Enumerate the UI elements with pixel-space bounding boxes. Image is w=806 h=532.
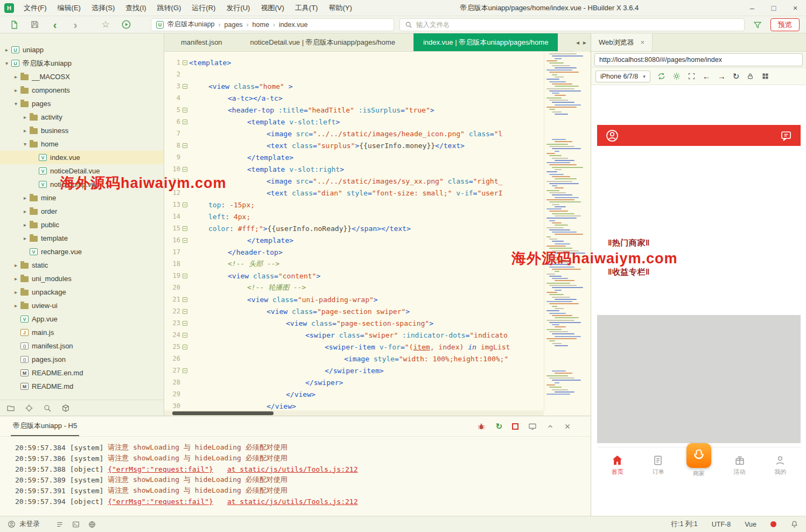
- message-icon[interactable]: [780, 129, 793, 142]
- filter-funnel-icon[interactable]: [750, 18, 765, 32]
- fold-minus-icon[interactable]: [183, 321, 187, 326]
- preview-button[interactable]: 预览: [770, 18, 800, 31]
- tree-item-home[interactable]: ▾home: [0, 137, 164, 151]
- tree-item-main.js[interactable]: Jmain.js: [0, 326, 164, 339]
- tree-item-uni_modules[interactable]: ▸uni_modules: [0, 272, 164, 285]
- tabbar-item-活动[interactable]: 活动: [719, 447, 760, 482]
- code-editor[interactable]: 1<template>23<view class="home" >4<a-tc>…: [164, 52, 544, 410]
- tree-item-README.md[interactable]: MREADME.md: [0, 380, 164, 393]
- chevron-right-icon[interactable]: ▸: [12, 74, 19, 80]
- debug-bug-icon[interactable]: [477, 422, 486, 431]
- tree-item-components[interactable]: ▸components: [0, 83, 164, 97]
- tree-item-public[interactable]: ▸public: [0, 218, 164, 232]
- chevron-right-icon[interactable]: ▸: [12, 262, 19, 268]
- file-search-input[interactable]: [416, 21, 739, 29]
- gear-icon[interactable]: [672, 72, 681, 80]
- chevron-right-icon[interactable]: ▸: [22, 208, 29, 214]
- login-status[interactable]: 未登录: [8, 520, 40, 529]
- fold-toggle[interactable]: [180, 274, 189, 278]
- clear-console-icon[interactable]: [564, 423, 571, 430]
- fold-toggle[interactable]: [180, 238, 189, 243]
- tabbar-item-商家[interactable]: 商家: [678, 447, 719, 482]
- lock-icon[interactable]: [746, 72, 754, 80]
- url-input[interactable]: [594, 53, 803, 66]
- web-browser-tab[interactable]: Web浏览器 ×: [591, 33, 653, 51]
- fold-toggle[interactable]: [180, 226, 189, 231]
- tree-item-pages.json[interactable]: {}pages.json: [0, 353, 164, 366]
- syntax-mode[interactable]: Vue: [745, 521, 756, 528]
- tree-item-pages[interactable]: ▾pages: [0, 97, 164, 110]
- breadcrumb-item[interactable]: pages: [225, 21, 243, 29]
- grid-icon[interactable]: [761, 72, 769, 80]
- chevron-right-icon[interactable]: ▸: [12, 303, 19, 309]
- chevron-right-icon[interactable]: ▸: [22, 222, 29, 228]
- restart-icon[interactable]: ↻: [495, 422, 502, 430]
- tree-item-__MACOSX[interactable]: ▸__MACOSX: [0, 70, 164, 83]
- menu-视图(V)[interactable]: 视图(V): [255, 0, 289, 16]
- nav-back-icon[interactable]: ←: [703, 72, 711, 81]
- fold-minus-icon[interactable]: [183, 167, 187, 172]
- chevron-down-icon[interactable]: ▾: [22, 141, 29, 147]
- fold-toggle[interactable]: [180, 345, 189, 349]
- tree-item-uview-ui[interactable]: ▸uview-ui: [0, 299, 164, 312]
- minimap[interactable]: [544, 52, 591, 410]
- minimize-button[interactable]: –: [741, 0, 763, 16]
- tree-item-README.en.md[interactable]: MREADME.en.md: [0, 366, 164, 380]
- menu-帮助(Y)[interactable]: 帮助(Y): [323, 0, 357, 16]
- nav-forward-icon[interactable]: →: [718, 72, 726, 81]
- forward-icon[interactable]: ›: [68, 18, 83, 32]
- cursor-position[interactable]: 行:1 列:1: [671, 520, 697, 529]
- tree-item-activity[interactable]: ▸activity: [0, 110, 164, 124]
- new-file-icon[interactable]: [6, 18, 22, 32]
- fold-minus-icon[interactable]: [183, 309, 187, 314]
- breadcrumb-item[interactable]: index.vue: [279, 21, 308, 29]
- globe-icon[interactable]: [88, 521, 96, 528]
- maximize-button[interactable]: □: [763, 0, 784, 16]
- tabbar-item-首页[interactable]: 首页: [597, 447, 638, 482]
- editor-tab[interactable]: index.vue | 帝启版本uniapp/pages/home: [413, 33, 558, 51]
- menu-工具(T)[interactable]: 工具(T): [290, 0, 324, 16]
- fold-minus-icon[interactable]: [183, 238, 187, 243]
- device-select[interactable]: iPhone 6/7/8 ▾: [595, 71, 650, 82]
- scrollbar-thumb[interactable]: [172, 411, 274, 415]
- fold-minus-icon[interactable]: [183, 333, 187, 338]
- menu-文件(F)[interactable]: 文件(F): [18, 0, 52, 16]
- refresh-icon[interactable]: ↻: [733, 72, 740, 81]
- tab-scroll-right-icon[interactable]: ▸: [583, 39, 586, 46]
- menu-跳转(G)[interactable]: 跳转(G): [152, 0, 187, 16]
- tree-item-App.vue[interactable]: VApp.vue: [0, 312, 164, 326]
- tree-item-uniapp[interactable]: ▸Uuniapp: [0, 43, 164, 57]
- breadcrumb-item[interactable]: 帝启版本uniapp: [167, 20, 215, 29]
- encoding-indicator[interactable]: UTF-8: [712, 521, 731, 528]
- bookmark-star-icon[interactable]: ☆: [98, 18, 113, 32]
- tree-item-template[interactable]: ▸template: [0, 232, 164, 245]
- fold-minus-icon[interactable]: [183, 143, 187, 148]
- fold-toggle[interactable]: [180, 333, 189, 338]
- horizontal-scrollbar[interactable]: [164, 410, 544, 416]
- record-status-icon[interactable]: [770, 521, 776, 527]
- editor-tab[interactable]: manifest.json: [171, 33, 232, 51]
- fold-toggle[interactable]: [180, 297, 189, 302]
- chevron-right-icon[interactable]: ▸: [22, 128, 29, 134]
- menu-编辑(E)[interactable]: 编辑(E): [52, 0, 86, 16]
- fold-toggle[interactable]: [180, 167, 189, 172]
- chevron-right-icon[interactable]: ▸: [12, 289, 19, 295]
- fold-toggle[interactable]: [180, 321, 189, 326]
- fold-minus-icon[interactable]: [183, 226, 187, 231]
- close-button[interactable]: ×: [784, 0, 806, 16]
- chevron-down-icon[interactable]: ▾: [3, 60, 10, 66]
- tree-item-recharge.vue[interactable]: Vrecharge.vue: [0, 245, 164, 258]
- tree-item-static[interactable]: ▸static: [0, 258, 164, 272]
- chevron-right-icon[interactable]: ▸: [22, 114, 29, 120]
- fold-minus-icon[interactable]: [183, 274, 187, 278]
- tree-item-manifest.json[interactable]: {}manifest.json: [0, 339, 164, 353]
- tabbar-item-订单[interactable]: 订单: [638, 447, 679, 482]
- fold-toggle[interactable]: [180, 143, 189, 148]
- tree-item-mine[interactable]: ▸mine: [0, 191, 164, 205]
- fold-toggle[interactable]: [180, 309, 189, 314]
- fold-minus-icon[interactable]: [183, 120, 187, 124]
- fold-toggle[interactable]: [180, 60, 189, 65]
- fold-toggle[interactable]: [180, 202, 189, 207]
- fold-toggle[interactable]: [180, 108, 189, 113]
- avatar-icon[interactable]: [605, 129, 619, 143]
